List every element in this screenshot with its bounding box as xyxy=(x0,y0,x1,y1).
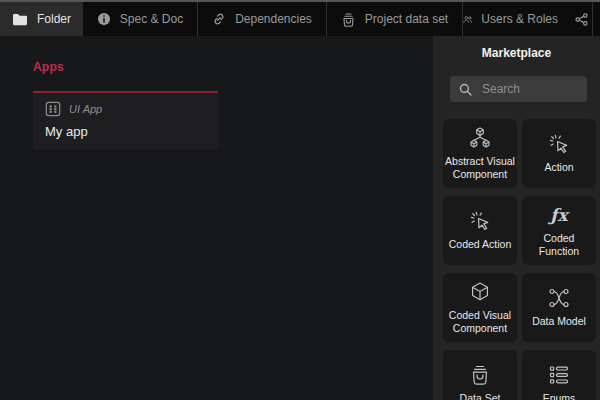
app-name: My app xyxy=(33,117,218,139)
app-window: Folder Spec & Doc Dependencies xyxy=(0,0,600,400)
search-icon xyxy=(459,83,472,96)
tile-label: Action xyxy=(543,161,574,174)
tile-label: Coded Visual Component xyxy=(443,309,517,334)
tile-enums[interactable]: Enums xyxy=(522,350,596,400)
list-icon xyxy=(548,364,570,386)
tab-spec-doc[interactable]: Spec & Doc xyxy=(83,2,197,36)
folder-icon xyxy=(12,13,28,26)
info-icon xyxy=(97,12,111,26)
component-tiles: Abstract Visual Component Action xyxy=(443,119,596,400)
app-type-label: UI App xyxy=(69,103,102,115)
top-tab-bar: Folder Spec & Doc Dependencies xyxy=(0,0,600,36)
topbar-filler xyxy=(592,2,600,36)
tab-dependencies-label: Dependencies xyxy=(235,12,312,26)
folder-canvas: Apps UI App My app xyxy=(0,36,433,400)
tab-spec-doc-label: Spec & Doc xyxy=(120,12,183,26)
tile-coded-function[interactable]: ƒx Coded Function xyxy=(522,196,596,265)
share-nodes-icon xyxy=(575,13,588,26)
tile-abstract-visual-component[interactable]: Abstract Visual Component xyxy=(443,119,517,188)
tile-label: Enums xyxy=(542,392,577,400)
marketplace-title: Marketplace xyxy=(433,36,600,60)
tab-users-roles-label: Users & Roles xyxy=(481,12,558,26)
tab-project-data-set[interactable]: Project data set xyxy=(326,2,462,36)
tile-data-model[interactable]: Data Model xyxy=(522,273,596,342)
tile-label: Coded Action xyxy=(448,238,512,251)
dataset-icon xyxy=(341,12,356,27)
tab-folder[interactable]: Folder xyxy=(0,2,83,36)
cube-icon xyxy=(469,281,491,303)
data-container-icon xyxy=(469,364,491,386)
share-button[interactable] xyxy=(575,13,588,26)
tile-label: Data Model xyxy=(531,315,587,328)
tab-dependencies[interactable]: Dependencies xyxy=(197,2,326,36)
tile-data-set[interactable]: Data Set xyxy=(443,350,517,400)
search-box[interactable] xyxy=(450,76,587,102)
link-icon xyxy=(212,12,226,26)
tile-action[interactable]: Action xyxy=(522,119,596,188)
tile-coded-visual-component[interactable]: Coded Visual Component xyxy=(443,273,517,342)
tab-users-roles[interactable]: Users & Roles xyxy=(462,2,592,36)
cursor-click-icon xyxy=(469,210,491,232)
tile-coded-action[interactable]: Coded Action xyxy=(443,196,517,265)
marketplace-panel: Marketplace Abstract Visual Componen xyxy=(433,36,600,400)
tile-label: Abstract Visual Component xyxy=(443,155,517,180)
app-grid-icon xyxy=(45,101,61,117)
cursor-click-icon xyxy=(548,133,570,155)
search-input[interactable] xyxy=(480,81,578,97)
app-card-my-app[interactable]: UI App My app xyxy=(33,91,218,149)
tab-project-data-set-label: Project data set xyxy=(365,12,448,26)
tile-label: Coded Function xyxy=(522,232,596,257)
tab-folder-label: Folder xyxy=(37,12,71,26)
function-icon: ƒx xyxy=(550,204,567,226)
apps-section-label: Apps xyxy=(33,60,64,74)
users-icon xyxy=(463,13,472,26)
tile-label: Data Set xyxy=(459,392,502,400)
abstract-visual-component-icon xyxy=(469,127,491,149)
nodes-crossover-icon xyxy=(548,287,570,309)
